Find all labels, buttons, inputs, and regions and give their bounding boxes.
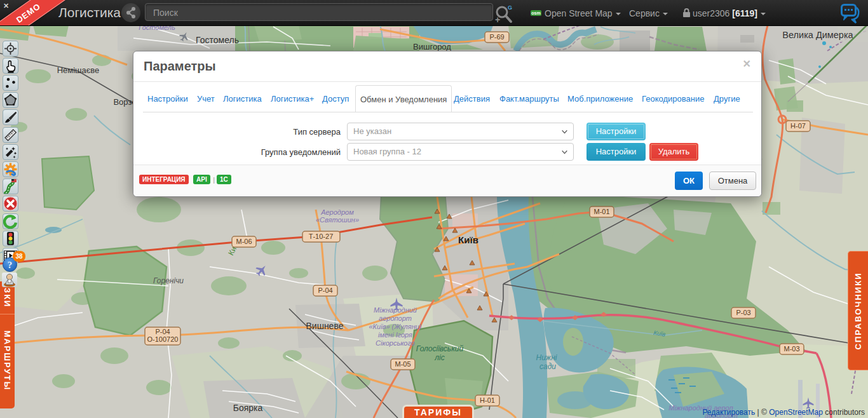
svg-text:Голосіївський: Голосіївський [416,344,464,353]
svg-text:М-03: М-03 [783,345,799,353]
svg-text:М-05: М-05 [395,360,410,368]
svg-text:аеропорт: аеропорт [379,314,412,322]
svg-text:+: + [495,15,500,24]
svg-text:Р-69: Р-69 [489,33,504,41]
svg-text:Гостомель: Гостомель [196,35,239,45]
svg-text:Н-07: Н-07 [790,122,806,130]
svg-text:G: G [508,4,512,11]
svg-text:Т-10-27: Т-10-27 [309,233,334,240]
svg-text:Р-04: Р-04 [155,328,170,335]
svg-text:Вишгород: Вишгород [413,42,451,51]
svg-text:Сікорського: Сікорського [376,339,415,347]
svg-text:Р-04: Р-04 [318,287,332,294]
svg-text:Боярка: Боярка [233,403,263,413]
svg-text:«Святошин»: «Святошин» [316,216,359,224]
svg-text:Київ: Київ [458,234,478,245]
svg-text:сади: сади [539,362,556,371]
svg-text:Вишневе: Вишневе [306,321,344,331]
svg-text:імені Ігоря: імені Ігоря [378,331,412,339]
svg-text:Нижні: Нижні [536,353,557,362]
svg-text:М-01: М-01 [593,208,609,215]
svg-text:?: ? [8,260,13,270]
svg-text:«Київ» (Жуляни): «Київ» (Жуляни) [369,323,422,330]
svg-text:Немішаєве: Немішаєве [57,65,100,75]
svg-text:Н-01: Н-01 [480,396,495,404]
svg-text:Горенічи: Горенічи [153,276,184,285]
svg-text:ліс: ліс [434,353,444,362]
svg-text:Велика Димерка: Велика Димерка [782,30,853,40]
svg-text:Р-03: Р-03 [736,309,750,316]
svg-text:М-06: М-06 [236,238,252,245]
svg-text:О-100720: О-100720 [147,335,179,343]
svg-text:Аеродром: Аеродром [320,208,354,216]
